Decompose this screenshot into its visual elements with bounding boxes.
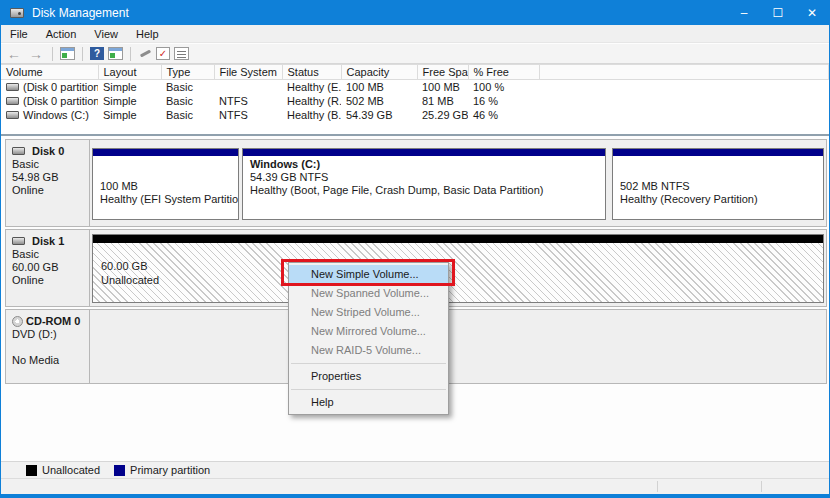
disk0-name: Disk 0 [32,145,64,158]
cell-volume: (Disk 0 partition 1) [23,81,98,93]
col-free-space[interactable]: Free Spa... [417,65,468,80]
col-volume[interactable]: Volume [1,65,98,80]
status-bar [1,478,829,494]
disk-icon [12,237,25,245]
legend-primary-partition-label: Primary partition [130,464,210,476]
menu-action[interactable]: Action [37,25,86,43]
disk-icon [12,147,25,155]
primary-partition-bar [243,149,605,156]
unallocated-hatch [93,243,823,302]
unallocated-status: Unallocated [101,273,159,287]
menu-item-new-striped-volume: New Striped Volume... [289,303,448,322]
help-icon[interactable]: ? [90,47,104,60]
menu-item-new-spanned-volume: New Spanned Volume... [289,284,448,303]
menu-item-properties[interactable]: Properties [289,367,448,386]
table-row[interactable]: (Disk 0 partition 4) Simple Basic NTFS H… [1,94,829,108]
cdrom-media: No Media [12,354,85,367]
unallocated-legend-swatch [26,465,37,476]
window-title: Disk Management [32,6,129,20]
partition-size: 100 MB [100,180,236,193]
partition-efi[interactable]: 100 MB Healthy (EFI System Partition) [92,148,239,220]
col-file-system[interactable]: File System [214,65,282,80]
minimize-button[interactable]: – [727,1,761,25]
table-row[interactable]: Windows (C:) Simple Basic NTFS Healthy (… [1,108,829,122]
partition-windows-c[interactable]: Windows (C:) 54.39 GB NTFS Healthy (Boot… [242,148,606,220]
cell-volume: Windows (C:) [23,109,89,121]
status-separator [761,481,762,492]
unallocated-region[interactable]: 60.00 GB Unallocated [92,234,824,303]
menu-help[interactable]: Help [127,25,168,43]
menu-separator [291,363,446,364]
cell-file-system [214,80,282,94]
window-bottom-border [1,494,829,498]
menu-view[interactable]: View [85,25,127,43]
col-layout[interactable]: Layout [98,65,161,80]
cell-free-space: 81 MB [417,94,468,108]
menu-item-new-raid5-volume: New RAID-5 Volume... [289,341,448,360]
drive-icon [6,111,19,119]
cell-free-space: 25.29 GB [417,108,468,122]
back-icon[interactable]: ← [5,46,23,62]
toolbar-separator [52,47,53,61]
drive-icon [6,97,19,105]
unallocated-bar [93,235,823,243]
drive-icon [6,83,19,91]
cell-file-system: NTFS [214,94,282,108]
menu-item-new-simple-volume[interactable]: New Simple Volume... [289,265,448,284]
check-disk-icon[interactable]: ✓ [156,47,170,60]
cell-type: Basic [161,108,214,122]
properties-icon[interactable] [174,47,189,60]
cell-layout: Simple [98,80,161,94]
disk1-state: Online [12,274,85,287]
cdrom-name: CD-ROM 0 [26,315,80,328]
cell-layout: Simple [98,94,161,108]
partition-recovery[interactable]: 502 MB NTFS Healthy (Recovery Partition) [612,148,824,220]
table-header-row: Volume Layout Type File System Status Ca… [1,65,829,80]
maximize-button[interactable]: ☐ [761,1,795,25]
cell-free-space: 100 MB [417,80,468,94]
cdrom-drive: DVD (D:) [12,328,85,341]
cell-layout: Simple [98,108,161,122]
rescan-icon[interactable] [138,47,152,60]
menu-separator [291,389,446,390]
menu-file[interactable]: File [1,25,37,43]
table-row[interactable]: (Disk 0 partition 1) Simple Basic Health… [1,80,829,94]
disk0-header[interactable]: Disk 0 Basic 54.98 GB Online [6,140,90,226]
toolbar-separator [82,47,83,61]
console-tree-icon[interactable] [60,47,75,60]
disk1-header[interactable]: Disk 1 Basic 60.00 GB Online [6,230,90,306]
col-type[interactable]: Type [161,65,214,80]
primary-partition-legend-swatch [114,465,125,476]
disk1-kind: Basic [12,248,85,261]
col-status[interactable]: Status [282,65,341,80]
status-separator [657,481,658,492]
disk1-name: Disk 1 [32,235,64,248]
menu-item-help[interactable]: Help [289,393,448,412]
partition-size: 502 MB NTFS [620,180,821,193]
cd-icon [12,316,23,327]
col-percent-free[interactable]: % Free [468,65,539,80]
close-button[interactable]: ✕ [795,1,829,25]
legend-bar: Unallocated Primary partition [1,461,829,478]
disk0-kind: Basic [12,158,85,171]
col-capacity[interactable]: Capacity [341,65,417,80]
cell-percent-free: 46 % [468,108,539,122]
forward-icon[interactable]: → [27,46,45,62]
cell-capacity: 502 MB [341,94,417,108]
partition-size: 54.39 GB NTFS [250,171,603,184]
title-bar[interactable]: Disk Management – ☐ ✕ [1,1,829,25]
cdrom-header[interactable]: CD-ROM 0 DVD (D:) No Media [6,310,90,383]
context-menu: New Simple Volume... New Spanned Volume.… [288,262,449,415]
action-pane-icon[interactable] [108,47,123,60]
menu-item-new-mirrored-volume: New Mirrored Volume... [289,322,448,341]
unallocated-size: 60.00 GB [101,259,159,273]
legend-unallocated-label: Unallocated [42,464,100,476]
partition-title: Windows (C:) [250,158,603,171]
toolbar-separator [130,47,131,61]
volume-list-pane: Volume Layout Type File System Status Ca… [1,64,829,134]
partition-status: Healthy (EFI System Partition) [100,193,236,206]
menu-bar: File Action View Help [1,25,829,43]
disk-management-window: Disk Management – ☐ ✕ File Action View H… [0,0,830,498]
cell-type: Basic [161,80,214,94]
disk0-state: Online [12,184,85,197]
